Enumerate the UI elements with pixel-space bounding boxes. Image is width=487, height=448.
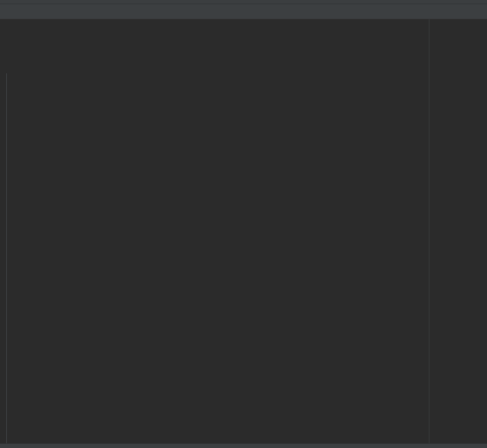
editor-tab-bar [0, 4, 487, 19]
code-editor[interactable] [0, 19, 487, 448]
fold-region-line [6, 73, 7, 448]
tool-window-bar [0, 443, 487, 448]
right-margin-guide [429, 19, 429, 448]
android-studio-window [0, 0, 487, 448]
main-toolbar-strip [0, 0, 487, 4]
